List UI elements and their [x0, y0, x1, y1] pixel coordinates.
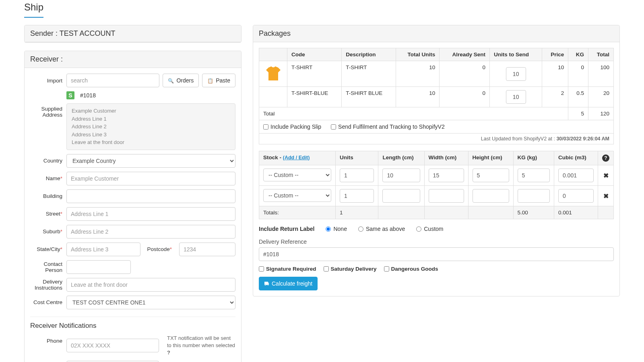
- country-select[interactable]: Example Country: [66, 154, 235, 168]
- stock-type-select[interactable]: -- Custom --: [263, 189, 331, 202]
- return-label-label: Include Return Label: [259, 226, 314, 232]
- stock-length-input[interactable]: [382, 169, 420, 182]
- notifications-heading: Receiver Notifications: [30, 322, 235, 330]
- stock-totals-row: Totals: 1 5.00 0.001: [259, 206, 614, 219]
- stock-row: -- Custom -- ✖: [259, 186, 614, 206]
- sender-heading: Sender : TEST ACCOUNT: [25, 25, 241, 42]
- import-label: Import: [30, 78, 66, 84]
- truck-icon: [264, 280, 269, 287]
- street-label: Street: [46, 211, 60, 217]
- stock-length-input[interactable]: [382, 189, 420, 203]
- package-row: T-SHIRT-BLUE T-SHIRT BLUE 10 0 2 0.5 20: [259, 87, 614, 107]
- stock-width-input[interactable]: [429, 169, 464, 182]
- remove-row-icon[interactable]: ✖: [603, 193, 609, 200]
- phone-input[interactable]: [66, 339, 159, 352]
- tshirt-icon: [264, 64, 282, 82]
- country-label: Country: [30, 158, 66, 164]
- postcode-label: Postcode: [147, 246, 169, 252]
- suburb-input[interactable]: [66, 225, 235, 239]
- return-same-radio[interactable]: Same as above: [358, 226, 405, 232]
- stock-table: Stock - (Add / Edit) Units Length (cm) W…: [259, 151, 614, 219]
- sender-panel: Sender : TEST ACCOUNT: [24, 25, 242, 43]
- state-input[interactable]: [66, 243, 140, 256]
- phone-label: Phone: [30, 335, 66, 344]
- contact-input[interactable]: [66, 260, 131, 274]
- building-label: Building: [30, 193, 66, 199]
- email-label: Email: [30, 360, 66, 362]
- stock-type-select[interactable]: -- Custom --: [263, 169, 331, 181]
- units-to-send-input[interactable]: [506, 90, 526, 104]
- paste-icon: [207, 77, 213, 84]
- stock-height-input[interactable]: [473, 189, 509, 203]
- stock-width-input[interactable]: [429, 189, 464, 203]
- packages-total-row: Total 5 120: [259, 107, 614, 120]
- stock-cubic-input[interactable]: [558, 169, 594, 182]
- supplied-label: Supplied Address: [30, 103, 66, 118]
- email-help: Use ; to enter multiple addresses: [167, 360, 235, 362]
- contact-label: Contact Person: [30, 261, 66, 273]
- orders-button[interactable]: Orders: [163, 74, 199, 87]
- send-fulfilment-checkbox[interactable]: Send Fulfilment and Tracking to ShopifyV…: [331, 123, 445, 130]
- suburb-label: Suburb: [43, 228, 60, 234]
- receiver-heading: Receiver :: [25, 51, 241, 68]
- stock-add-edit-link[interactable]: (Add / Edit): [283, 155, 310, 160]
- phone-help: TXT notification will be sent to this nu…: [167, 335, 235, 357]
- packing-slip-checkbox[interactable]: Include Packing Slip: [263, 123, 321, 130]
- saturday-checkbox[interactable]: Saturday Delivery: [324, 266, 377, 272]
- help-icon[interactable]: ?: [602, 154, 609, 162]
- remove-row-icon[interactable]: ✖: [603, 172, 609, 179]
- stock-height-input[interactable]: [473, 169, 509, 182]
- street-input[interactable]: [66, 207, 235, 221]
- dangerous-goods-checkbox[interactable]: Dangerous Goods: [384, 266, 438, 272]
- units-to-send-input[interactable]: [506, 67, 526, 81]
- delivery-ref-label: Delivery Reference: [259, 239, 614, 245]
- return-custom-radio[interactable]: Custom: [416, 226, 443, 232]
- shopify-icon: S: [66, 91, 74, 99]
- supplied-address-box: Example Customer Address Line 1 Address …: [66, 103, 235, 150]
- packages-panel: Packages Code Description Total Units Al…: [253, 25, 620, 296]
- name-input[interactable]: [66, 172, 235, 185]
- instructions-label: Delivery Instructions: [30, 279, 66, 291]
- stock-cubic-input[interactable]: [558, 189, 594, 203]
- stock-row: -- Custom -- ✖: [259, 165, 614, 186]
- page-title: Ship: [24, 0, 43, 18]
- stock-kg-input[interactable]: [518, 189, 550, 203]
- packages-heading: Packages: [253, 25, 619, 42]
- state-label: State/City: [37, 246, 60, 252]
- cost-centre-label: Cost Centre: [30, 299, 66, 305]
- delivery-ref-input[interactable]: [259, 247, 614, 261]
- last-updated: Last Updated from ShopifyV2 at : 30/03/2…: [259, 134, 614, 144]
- postcode-input[interactable]: [179, 243, 235, 256]
- search-icon: [168, 77, 174, 84]
- receiver-panel: Receiver : Import Orders Paste S: [24, 51, 242, 362]
- building-input[interactable]: [66, 189, 235, 203]
- cost-centre-select[interactable]: TEST COST CENTRE ONE1: [66, 296, 235, 309]
- instructions-input[interactable]: [66, 278, 235, 292]
- return-none-radio[interactable]: None: [326, 226, 347, 232]
- stock-units-input[interactable]: [340, 169, 374, 182]
- stock-units-input[interactable]: [340, 189, 374, 203]
- stock-kg-input[interactable]: [518, 169, 550, 182]
- name-label: Name: [46, 175, 60, 181]
- packages-table: Code Description Total Units Already Sen…: [259, 48, 614, 120]
- calculate-freight-button[interactable]: Calculate freight: [259, 277, 318, 290]
- paste-button[interactable]: Paste: [202, 74, 235, 87]
- import-search-input[interactable]: [66, 74, 159, 87]
- signature-checkbox[interactable]: Signature Required: [259, 266, 316, 272]
- package-row: T-SHIRT T-SHIRT 10 0 10 0 100: [259, 61, 614, 87]
- order-ref: #1018: [80, 92, 96, 99]
